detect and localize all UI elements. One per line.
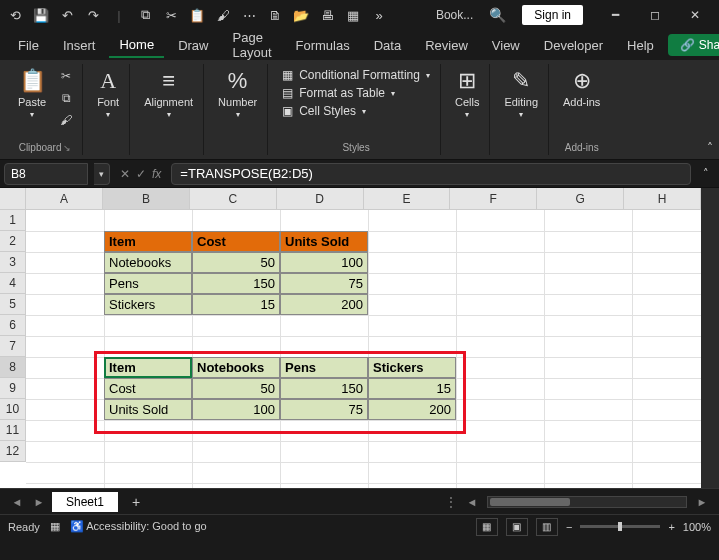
qat-more-icon[interactable]: ⋯ [238, 4, 260, 26]
editing-button[interactable]: ✎Editing▾ [500, 66, 542, 121]
pagebreak-view-button[interactable]: ▥ [536, 518, 558, 536]
expand-formula-bar-icon[interactable]: ˄ [697, 167, 715, 180]
cell[interactable]: 150 [192, 273, 280, 294]
tab-formulas[interactable]: Formulas [286, 34, 360, 57]
cut-icon[interactable]: ✂ [160, 4, 182, 26]
column-header[interactable]: F [450, 188, 537, 210]
zoom-in-button[interactable]: + [668, 521, 674, 533]
row-header[interactable]: 10 [0, 399, 26, 420]
row-header[interactable]: 11 [0, 420, 26, 441]
format-painter-button[interactable]: 🖌 [56, 110, 76, 130]
number-button[interactable]: %Number▾ [214, 66, 261, 121]
tab-pagelayout[interactable]: Page Layout [223, 26, 282, 64]
print-icon[interactable]: 🖶 [316, 4, 338, 26]
minimize-button[interactable]: ━ [595, 0, 635, 30]
tab-home[interactable]: Home [109, 33, 164, 58]
autosave-icon[interactable]: ⟲ [4, 4, 26, 26]
format-as-table-button[interactable]: ▤ Format as Table ▾ [282, 86, 430, 100]
fx-icon[interactable]: fx [152, 167, 161, 181]
format-painter-icon[interactable]: 🖌 [212, 4, 234, 26]
conditional-formatting-button[interactable]: ▦ Conditional Formatting ▾ [282, 68, 430, 82]
paste-button[interactable]: 📋Paste▾ [14, 66, 50, 121]
column-header[interactable]: E [364, 188, 451, 210]
close-button[interactable]: ✕ [675, 0, 715, 30]
signin-button[interactable]: Sign in [522, 5, 583, 25]
row-header[interactable]: 6 [0, 315, 26, 336]
search-icon[interactable]: 🔍 [481, 7, 514, 23]
row-header[interactable]: 7 [0, 336, 26, 357]
row-header[interactable]: 3 [0, 252, 26, 273]
undo-icon[interactable]: ↶ [56, 4, 78, 26]
select-all-button[interactable] [0, 188, 26, 210]
enter-formula-icon[interactable]: ✓ [136, 167, 146, 181]
scroll-left-button[interactable]: ◄ [463, 496, 481, 508]
row-header[interactable]: 8 [0, 357, 26, 378]
sheet-tab[interactable]: Sheet1 [52, 492, 118, 512]
cell[interactable]: Notebooks [104, 252, 192, 273]
next-sheet-button[interactable]: ► [30, 496, 48, 508]
zoom-out-button[interactable]: − [566, 521, 572, 533]
tab-view[interactable]: View [482, 34, 530, 57]
column-header[interactable]: B [103, 188, 190, 210]
column-header[interactable]: D [277, 188, 364, 210]
column-header[interactable]: G [537, 188, 624, 210]
cell[interactable]: Stickers [104, 294, 192, 315]
vertical-scrollbar[interactable] [701, 188, 719, 488]
cell[interactable]: Pens [104, 273, 192, 294]
zoom-level[interactable]: 100% [683, 521, 711, 533]
tab-developer[interactable]: Developer [534, 34, 613, 57]
tabs-options-icon[interactable]: ⋮ [445, 495, 457, 509]
cell[interactable]: 50 [192, 252, 280, 273]
share-button[interactable]: 🔗 Share [668, 34, 719, 56]
save-icon[interactable]: 💾 [30, 4, 52, 26]
tab-help[interactable]: Help [617, 34, 664, 57]
copy-button[interactable]: ⧉ [56, 88, 76, 108]
scroll-right-button[interactable]: ► [693, 496, 711, 508]
copy-icon[interactable]: ⧉ [134, 4, 156, 26]
redo-icon[interactable]: ↷ [82, 4, 104, 26]
cell[interactable]: 15 [192, 294, 280, 315]
pagelayout-view-button[interactable]: ▣ [506, 518, 528, 536]
horizontal-scrollbar[interactable] [487, 496, 687, 508]
cancel-formula-icon[interactable]: ✕ [120, 167, 130, 181]
tab-draw[interactable]: Draw [168, 34, 218, 57]
spreadsheet-grid[interactable]: ABCDEFGH 123456789101112 ItemCostUnits S… [0, 188, 719, 488]
overflow-icon[interactable]: » [368, 4, 390, 26]
row-header[interactable]: 12 [0, 441, 26, 462]
cell[interactable]: Cost [192, 231, 280, 252]
cell-styles-button[interactable]: ▣ Cell Styles ▾ [282, 104, 430, 118]
cells-button[interactable]: ⊞Cells▾ [451, 66, 483, 121]
cell[interactable]: 100 [280, 252, 368, 273]
name-box[interactable]: B8 [4, 163, 88, 185]
cell[interactable]: Units Sold [280, 231, 368, 252]
cell[interactable]: 200 [280, 294, 368, 315]
row-header[interactable]: 5 [0, 294, 26, 315]
tab-file[interactable]: File [8, 34, 49, 57]
cut-button[interactable]: ✂ [56, 66, 76, 86]
row-header[interactable]: 1 [0, 210, 26, 231]
prev-sheet-button[interactable]: ◄ [8, 496, 26, 508]
font-button[interactable]: AFont▾ [93, 66, 123, 121]
open-icon[interactable]: 📂 [290, 4, 312, 26]
column-header[interactable]: H [624, 188, 701, 210]
paste-icon[interactable]: 📋 [186, 4, 208, 26]
collapse-ribbon-icon[interactable]: ˄ [707, 141, 713, 155]
launcher-icon[interactable]: ↘ [63, 143, 71, 153]
row-header[interactable]: 2 [0, 231, 26, 252]
row-header[interactable]: 9 [0, 378, 26, 399]
zoom-slider[interactable] [580, 525, 660, 528]
column-header[interactable]: A [26, 188, 103, 210]
new-icon[interactable]: 🗎 [264, 4, 286, 26]
accessibility-status[interactable]: ♿ Accessibility: Good to go [70, 520, 207, 533]
cell[interactable]: Item [104, 231, 192, 252]
alignment-button[interactable]: ≡Alignment▾ [140, 66, 197, 121]
tab-review[interactable]: Review [415, 34, 478, 57]
column-header[interactable]: C [190, 188, 277, 210]
namebox-dropdown[interactable]: ▾ [94, 163, 110, 185]
stats-icon[interactable]: ▦ [50, 520, 60, 533]
maximize-button[interactable]: ◻ [635, 0, 675, 30]
cell[interactable]: 75 [280, 273, 368, 294]
tab-data[interactable]: Data [364, 34, 411, 57]
addins-button[interactable]: ⊕Add-ins [559, 66, 604, 110]
printprev-icon[interactable]: ▦ [342, 4, 364, 26]
